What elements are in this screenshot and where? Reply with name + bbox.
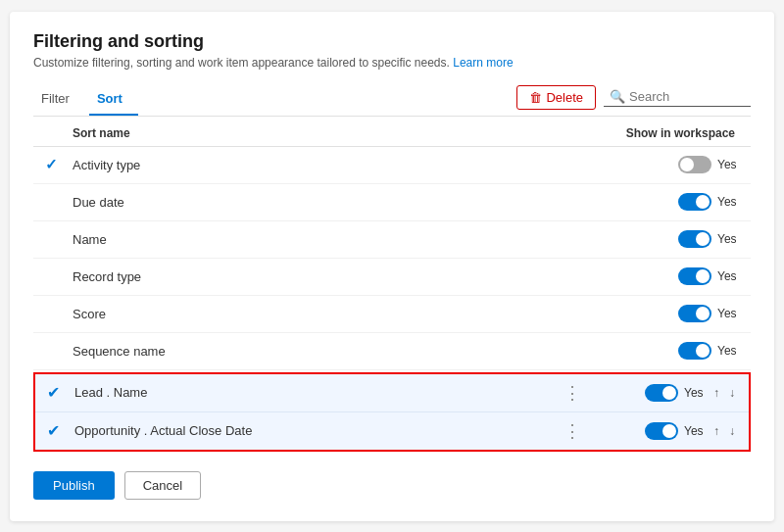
- search-box: 🔍: [604, 87, 751, 107]
- row-workspace-name: Yes: [586, 230, 743, 248]
- row-workspace-sequence-name: Yes: [586, 342, 743, 360]
- row-workspace-opportunity: Yes ↑ ↓: [584, 422, 741, 440]
- table-row: Name Yes: [33, 221, 751, 259]
- tabs-bar: Filter Sort 🗑 Delete 🔍: [33, 83, 751, 117]
- selected-rows-group: ✔ Lead . Name ⋮ Yes ↑ ↓ ✔ Opportunity . …: [33, 372, 751, 452]
- row-workspace-record-type: Yes: [586, 267, 743, 285]
- row-more-opportunity[interactable]: ⋮: [561, 420, 584, 442]
- col-workspace-header: Show in workspace: [586, 126, 743, 140]
- row-more-lead-name[interactable]: ⋮: [561, 382, 584, 404]
- tab-actions: 🗑 Delete 🔍: [516, 85, 751, 114]
- table-row: Sequence name Yes: [33, 333, 751, 370]
- move-up-lead-name[interactable]: ↑: [711, 386, 721, 400]
- row-workspace-due-date: Yes: [586, 193, 743, 211]
- row-name-due-date: Due date: [73, 195, 586, 210]
- table-row: ✓ Activity type Yes: [33, 147, 751, 184]
- row-name-record-type: Record type: [73, 269, 586, 284]
- main-container: Filtering and sorting Customize filterin…: [10, 12, 774, 521]
- search-input[interactable]: [629, 89, 737, 104]
- table-row: Due date Yes: [33, 184, 751, 221]
- move-up-opportunity[interactable]: ↑: [711, 424, 721, 438]
- toggle-record-type[interactable]: [678, 267, 711, 285]
- toggle-due-date[interactable]: [678, 193, 711, 211]
- yes-label-sequence-name: Yes: [717, 344, 739, 358]
- row-workspace-score: Yes: [586, 305, 743, 322]
- trash-icon: 🗑: [529, 90, 542, 105]
- yes-label-lead-name: Yes: [684, 386, 706, 400]
- table-row: Record type Yes: [33, 259, 751, 296]
- toggle-opportunity[interactable]: [645, 422, 678, 440]
- row-name-name: Name: [73, 232, 586, 247]
- row-checkbox-lead-name[interactable]: ✔: [47, 383, 67, 402]
- row-check-activity-type: ✓: [45, 156, 65, 173]
- toggle-sequence-name[interactable]: [678, 342, 711, 360]
- move-down-opportunity[interactable]: ↓: [727, 424, 737, 438]
- publish-button[interactable]: Publish: [33, 471, 115, 500]
- table-header: Sort name Show in workspace: [33, 117, 751, 147]
- yes-label-record-type: Yes: [717, 269, 739, 283]
- row-workspace-lead-name: Yes ↑ ↓: [584, 384, 741, 402]
- table-row-opportunity: ✔ Opportunity . Actual Close Date ⋮ Yes …: [35, 412, 749, 450]
- tab-sort[interactable]: Sort: [89, 83, 138, 116]
- page-title: Filtering and sorting: [33, 31, 751, 52]
- page-subtitle: Customize filtering, sorting and work it…: [33, 56, 751, 70]
- toggle-activity-type[interactable]: [678, 156, 711, 173]
- row-checkbox-opportunity[interactable]: ✔: [47, 421, 67, 440]
- table-row: Score Yes: [33, 296, 751, 333]
- yes-label-opportunity: Yes: [684, 424, 706, 438]
- footer: Publish Cancel: [33, 454, 751, 500]
- tabs: Filter Sort: [33, 83, 142, 116]
- row-name-activity-type: Activity type: [73, 158, 586, 172]
- learn-more-link[interactable]: Learn more: [453, 56, 513, 70]
- yes-label-name: Yes: [717, 232, 739, 246]
- col-sort-name-header: Sort name: [73, 126, 586, 140]
- toggle-name[interactable]: [678, 230, 711, 248]
- delete-button[interactable]: 🗑 Delete: [516, 85, 596, 110]
- cancel-button[interactable]: Cancel: [124, 471, 201, 500]
- toggle-score[interactable]: [678, 305, 711, 322]
- row-name-sequence-name: Sequence name: [73, 344, 586, 359]
- yes-label-score: Yes: [717, 307, 739, 320]
- row-workspace-activity-type: Yes: [586, 156, 743, 173]
- yes-label-activity-type: Yes: [717, 158, 739, 171]
- move-down-lead-name[interactable]: ↓: [727, 386, 737, 400]
- table-row-lead-name: ✔ Lead . Name ⋮ Yes ↑ ↓: [35, 374, 749, 412]
- row-name-opportunity: Opportunity . Actual Close Date: [74, 423, 561, 438]
- toggle-lead-name[interactable]: [645, 384, 678, 402]
- search-icon: 🔍: [610, 89, 625, 104]
- row-name-score: Score: [73, 307, 586, 321]
- row-name-lead-name: Lead . Name: [74, 385, 561, 400]
- tab-filter[interactable]: Filter: [33, 83, 85, 116]
- yes-label-due-date: Yes: [717, 195, 739, 209]
